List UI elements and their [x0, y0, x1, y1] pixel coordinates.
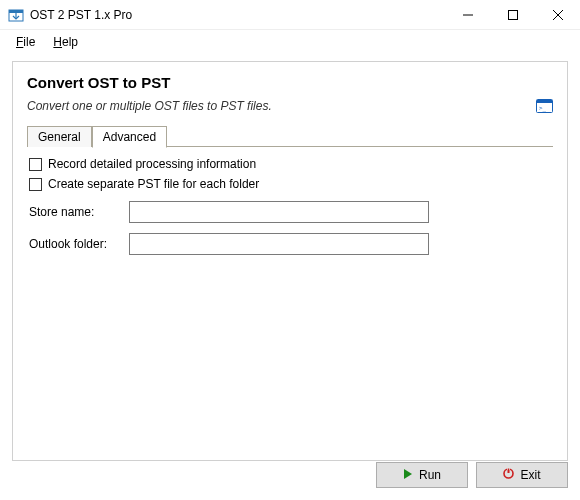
- window-controls: [445, 0, 580, 30]
- console-icon[interactable]: >_: [536, 99, 553, 113]
- svg-rect-8: [537, 100, 552, 103]
- svg-rect-4: [508, 10, 517, 19]
- checkbox-row-create-separate[interactable]: Create separate PST file for each folder: [29, 177, 551, 191]
- app-icon: [8, 7, 24, 23]
- exit-button[interactable]: Exit: [476, 462, 568, 488]
- menu-help[interactable]: Help: [45, 33, 86, 51]
- checkbox-row-record-detailed[interactable]: Record detailed processing information: [29, 157, 551, 171]
- checkbox-label-record-detailed: Record detailed processing information: [48, 157, 256, 171]
- svg-rect-1: [9, 10, 23, 13]
- tabs: General Advanced: [27, 125, 553, 147]
- main-panel: Convert OST to PST Convert one or multip…: [12, 61, 568, 461]
- minimize-button[interactable]: [445, 0, 490, 30]
- input-store-name[interactable]: [129, 201, 429, 223]
- power-icon: [503, 468, 514, 482]
- label-outlook-folder: Outlook folder:: [29, 237, 129, 251]
- subhead-row: Convert one or multiple OST files to PST…: [27, 99, 553, 113]
- exit-button-label: Exit: [520, 468, 540, 482]
- svg-text:>_: >_: [539, 104, 547, 112]
- label-store-name: Store name:: [29, 205, 129, 219]
- checkbox-record-detailed[interactable]: [29, 158, 42, 171]
- panel-subhead: Convert one or multiple OST files to PST…: [27, 99, 272, 113]
- menubar: File Help: [0, 30, 580, 53]
- tab-content-advanced: Record detailed processing information C…: [27, 147, 553, 265]
- run-button[interactable]: Run: [376, 462, 468, 488]
- close-button[interactable]: [535, 0, 580, 30]
- tab-general[interactable]: General: [27, 126, 92, 147]
- row-outlook-folder: Outlook folder:: [29, 233, 551, 255]
- checkbox-label-create-separate: Create separate PST file for each folder: [48, 177, 259, 191]
- maximize-button[interactable]: [490, 0, 535, 30]
- svg-marker-10: [404, 469, 412, 479]
- play-icon: [403, 468, 413, 482]
- window-title: OST 2 PST 1.x Pro: [30, 8, 445, 22]
- menu-file[interactable]: File: [8, 33, 43, 51]
- footer-buttons: Run Exit: [376, 462, 568, 488]
- tab-advanced[interactable]: Advanced: [92, 126, 167, 148]
- run-button-label: Run: [419, 468, 441, 482]
- input-outlook-folder[interactable]: [129, 233, 429, 255]
- panel-heading: Convert OST to PST: [27, 74, 553, 91]
- titlebar: OST 2 PST 1.x Pro: [0, 0, 580, 30]
- row-store-name: Store name:: [29, 201, 551, 223]
- checkbox-create-separate[interactable]: [29, 178, 42, 191]
